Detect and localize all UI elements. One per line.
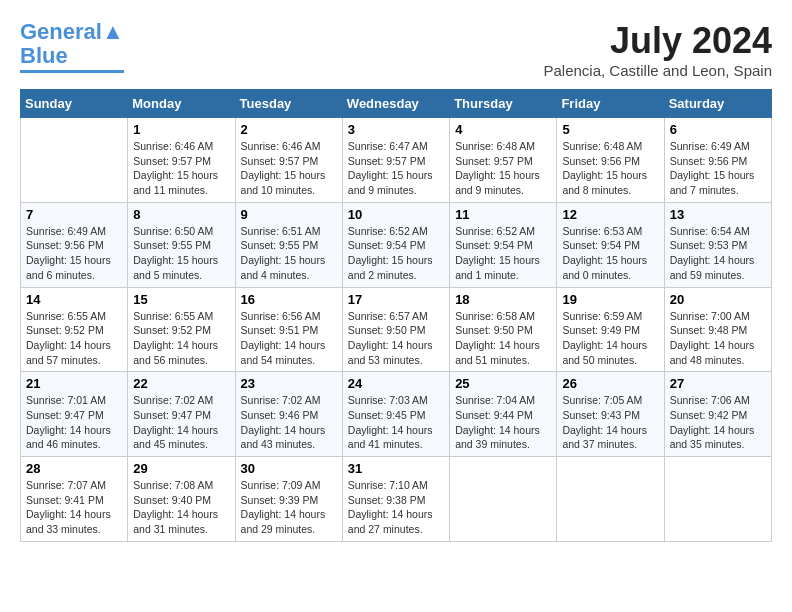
day-number: 12 [562,207,658,222]
table-row [664,457,771,542]
daylight-text: Daylight: 14 hours and 48 minutes. [670,339,755,366]
day-number: 1 [133,122,229,137]
sunset-text: Sunset: 9:54 PM [348,239,426,251]
sunset-text: Sunset: 9:50 PM [348,324,426,336]
calendar-table: Sunday Monday Tuesday Wednesday Thursday… [20,89,772,542]
sunset-text: Sunset: 9:47 PM [26,409,104,421]
sunset-text: Sunset: 9:42 PM [670,409,748,421]
daylight-text: Daylight: 14 hours and 41 minutes. [348,424,433,451]
sunrise-text: Sunrise: 7:00 AM [670,310,750,322]
sunset-text: Sunset: 9:55 PM [241,239,319,251]
day-number: 7 [26,207,122,222]
sunrise-text: Sunrise: 6:49 AM [26,225,106,237]
sunrise-text: Sunrise: 7:10 AM [348,479,428,491]
month-year: July 2024 [544,20,773,62]
sunset-text: Sunset: 9:52 PM [133,324,211,336]
day-number: 22 [133,376,229,391]
sunrise-text: Sunrise: 6:54 AM [670,225,750,237]
daylight-text: Daylight: 15 hours and 5 minutes. [133,254,218,281]
sunset-text: Sunset: 9:51 PM [241,324,319,336]
daylight-text: Daylight: 14 hours and 45 minutes. [133,424,218,451]
sunset-text: Sunset: 9:54 PM [455,239,533,251]
day-number: 6 [670,122,766,137]
table-row: 16 Sunrise: 6:56 AM Sunset: 9:51 PM Dayl… [235,287,342,372]
daylight-text: Daylight: 15 hours and 2 minutes. [348,254,433,281]
sunrise-text: Sunrise: 6:57 AM [348,310,428,322]
daylight-text: Daylight: 14 hours and 50 minutes. [562,339,647,366]
day-number: 19 [562,292,658,307]
calendar-header-row: Sunday Monday Tuesday Wednesday Thursday… [21,90,772,118]
sunset-text: Sunset: 9:55 PM [133,239,211,251]
table-row: 27 Sunrise: 7:06 AM Sunset: 9:42 PM Dayl… [664,372,771,457]
sunrise-text: Sunrise: 6:46 AM [241,140,321,152]
day-number: 2 [241,122,337,137]
day-number: 16 [241,292,337,307]
day-number: 24 [348,376,444,391]
sunset-text: Sunset: 9:56 PM [26,239,104,251]
day-number: 10 [348,207,444,222]
table-row: 22 Sunrise: 7:02 AM Sunset: 9:47 PM Dayl… [128,372,235,457]
sunset-text: Sunset: 9:57 PM [241,155,319,167]
daylight-text: Daylight: 14 hours and 46 minutes. [26,424,111,451]
day-number: 25 [455,376,551,391]
sunrise-text: Sunrise: 7:01 AM [26,394,106,406]
sunset-text: Sunset: 9:47 PM [133,409,211,421]
sunrise-text: Sunrise: 6:56 AM [241,310,321,322]
sunset-text: Sunset: 9:43 PM [562,409,640,421]
sunrise-text: Sunrise: 6:48 AM [455,140,535,152]
table-row: 23 Sunrise: 7:02 AM Sunset: 9:46 PM Dayl… [235,372,342,457]
logo-blue: ▲ [102,19,124,44]
daylight-text: Daylight: 15 hours and 4 minutes. [241,254,326,281]
daylight-text: Daylight: 15 hours and 0 minutes. [562,254,647,281]
day-number: 28 [26,461,122,476]
logo-text: General▲ Blue [20,20,124,68]
sunrise-text: Sunrise: 6:55 AM [26,310,106,322]
sunrise-text: Sunrise: 6:48 AM [562,140,642,152]
daylight-text: Daylight: 14 hours and 33 minutes. [26,508,111,535]
day-number: 13 [670,207,766,222]
daylight-text: Daylight: 14 hours and 57 minutes. [26,339,111,366]
daylight-text: Daylight: 15 hours and 9 minutes. [348,169,433,196]
table-row: 1 Sunrise: 6:46 AM Sunset: 9:57 PM Dayli… [128,118,235,203]
table-row: 3 Sunrise: 6:47 AM Sunset: 9:57 PM Dayli… [342,118,449,203]
daylight-text: Daylight: 15 hours and 7 minutes. [670,169,755,196]
table-row: 31 Sunrise: 7:10 AM Sunset: 9:38 PM Dayl… [342,457,449,542]
table-row: 10 Sunrise: 6:52 AM Sunset: 9:54 PM Dayl… [342,202,449,287]
day-number: 31 [348,461,444,476]
sunset-text: Sunset: 9:50 PM [455,324,533,336]
daylight-text: Daylight: 14 hours and 35 minutes. [670,424,755,451]
daylight-text: Daylight: 14 hours and 29 minutes. [241,508,326,535]
table-row: 4 Sunrise: 6:48 AM Sunset: 9:57 PM Dayli… [450,118,557,203]
sunrise-text: Sunrise: 6:46 AM [133,140,213,152]
daylight-text: Daylight: 14 hours and 27 minutes. [348,508,433,535]
col-sunday: Sunday [21,90,128,118]
sunrise-text: Sunrise: 7:09 AM [241,479,321,491]
day-number: 11 [455,207,551,222]
daylight-text: Daylight: 14 hours and 54 minutes. [241,339,326,366]
table-row: 11 Sunrise: 6:52 AM Sunset: 9:54 PM Dayl… [450,202,557,287]
daylight-text: Daylight: 14 hours and 53 minutes. [348,339,433,366]
day-number: 5 [562,122,658,137]
sunrise-text: Sunrise: 6:53 AM [562,225,642,237]
daylight-text: Daylight: 14 hours and 43 minutes. [241,424,326,451]
sunrise-text: Sunrise: 7:02 AM [241,394,321,406]
title-block: July 2024 Palencia, Castille and Leon, S… [544,20,773,79]
day-number: 3 [348,122,444,137]
calendar-week-row: 28 Sunrise: 7:07 AM Sunset: 9:41 PM Dayl… [21,457,772,542]
calendar-week-row: 7 Sunrise: 6:49 AM Sunset: 9:56 PM Dayli… [21,202,772,287]
logo-blue-text: Blue [20,43,68,68]
daylight-text: Daylight: 15 hours and 11 minutes. [133,169,218,196]
logo-underline [20,70,124,73]
table-row [557,457,664,542]
col-monday: Monday [128,90,235,118]
col-wednesday: Wednesday [342,90,449,118]
table-row: 8 Sunrise: 6:50 AM Sunset: 9:55 PM Dayli… [128,202,235,287]
table-row [450,457,557,542]
calendar-week-row: 21 Sunrise: 7:01 AM Sunset: 9:47 PM Dayl… [21,372,772,457]
daylight-text: Daylight: 14 hours and 59 minutes. [670,254,755,281]
sunset-text: Sunset: 9:46 PM [241,409,319,421]
daylight-text: Daylight: 15 hours and 8 minutes. [562,169,647,196]
daylight-text: Daylight: 15 hours and 9 minutes. [455,169,540,196]
location: Palencia, Castille and Leon, Spain [544,62,773,79]
table-row: 12 Sunrise: 6:53 AM Sunset: 9:54 PM Dayl… [557,202,664,287]
